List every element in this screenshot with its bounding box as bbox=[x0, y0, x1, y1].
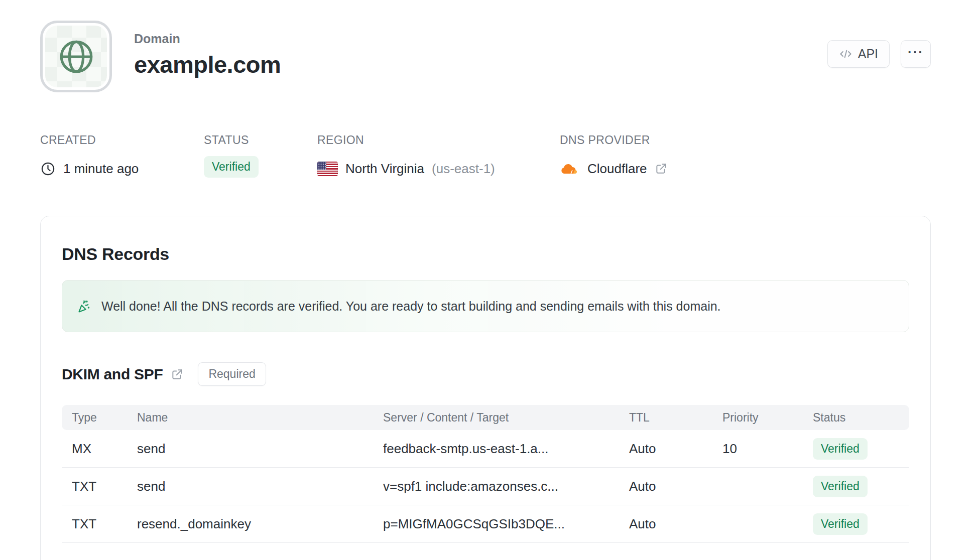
ellipsis-icon: ··· bbox=[908, 45, 924, 60]
cell-name: send bbox=[137, 479, 383, 494]
external-link-icon[interactable] bbox=[655, 162, 668, 175]
col-name: Name bbox=[137, 411, 383, 425]
required-badge: Required bbox=[198, 362, 266, 386]
dns-provider-name: Cloudflare bbox=[587, 161, 647, 177]
table-row: TXT send v=spf1 include:amazonses.c... A… bbox=[62, 468, 909, 505]
domain-meta-row: CREATED 1 minute ago STATUS Verified REG… bbox=[0, 92, 976, 179]
success-banner: Well done! All the DNS records are verif… bbox=[62, 280, 909, 332]
header-actions: API ··· bbox=[827, 40, 931, 68]
created-value: 1 minute ago bbox=[63, 161, 139, 177]
dns-provider-label: DNS PROVIDER bbox=[560, 133, 931, 147]
status-badge: Verified bbox=[204, 156, 259, 178]
cell-type: MX bbox=[62, 441, 137, 457]
banner-message: Well done! All the DNS records are verif… bbox=[101, 299, 721, 314]
region-code: (us-east-1) bbox=[432, 161, 495, 177]
meta-dns-provider: DNS PROVIDER Cloudflare bbox=[560, 133, 931, 179]
dkim-spf-heading: DKIM and SPF bbox=[62, 366, 163, 383]
cell-name: send bbox=[137, 441, 383, 457]
more-options-button[interactable]: ··· bbox=[901, 40, 931, 68]
cell-status: Verified bbox=[813, 438, 909, 460]
verified-badge: Verified bbox=[813, 476, 868, 497]
dns-records-table: Type Name Server / Content / Target TTL … bbox=[62, 405, 909, 543]
cell-ttl: Auto bbox=[629, 441, 722, 457]
cell-value[interactable]: p=MIGfMA0GCSqGSIb3DQE... bbox=[383, 516, 629, 532]
dkim-spf-row: DKIM and SPF Required bbox=[62, 362, 909, 386]
col-type: Type bbox=[62, 411, 137, 425]
cell-priority: 10 bbox=[722, 441, 813, 457]
globe-icon bbox=[55, 36, 97, 78]
col-status: Status bbox=[813, 411, 909, 425]
cell-type: TXT bbox=[62, 516, 137, 532]
domain-avatar bbox=[40, 21, 112, 92]
col-server: Server / Content / Target bbox=[383, 411, 629, 425]
cell-type: TXT bbox=[62, 479, 137, 494]
party-popper-icon bbox=[76, 298, 93, 315]
us-flag-icon bbox=[317, 162, 338, 176]
cell-ttl: Auto bbox=[629, 516, 722, 532]
cell-value[interactable]: v=spf1 include:amazonses.c... bbox=[383, 479, 629, 494]
table-row: MX send feedback-smtp.us-east-1.a... Aut… bbox=[62, 430, 909, 468]
region-name: North Virginia bbox=[345, 161, 424, 177]
col-ttl: TTL bbox=[629, 411, 722, 425]
verified-badge: Verified bbox=[813, 513, 868, 535]
meta-region: REGION North Virginia (us-east-1) bbox=[317, 133, 560, 179]
title-block: Domain example.com bbox=[134, 21, 281, 78]
dns-records-heading: DNS Records bbox=[62, 244, 909, 264]
meta-created: CREATED 1 minute ago bbox=[40, 133, 204, 179]
domain-kicker: Domain bbox=[134, 32, 281, 46]
table-row: TXT resend._domainkey p=MIGfMA0GCSqGSIb3… bbox=[62, 505, 909, 543]
status-label: STATUS bbox=[204, 133, 317, 147]
api-button[interactable]: API bbox=[827, 40, 890, 68]
cell-value[interactable]: feedback-smtp.us-east-1.a... bbox=[383, 441, 629, 457]
page-title: example.com bbox=[134, 51, 281, 78]
created-label: CREATED bbox=[40, 133, 204, 147]
cell-status: Verified bbox=[813, 513, 909, 535]
dns-records-card: DNS Records Well done! All the DNS recor… bbox=[40, 216, 931, 560]
domain-header: Domain example.com API ··· bbox=[0, 0, 976, 92]
cell-ttl: Auto bbox=[629, 479, 722, 494]
api-button-label: API bbox=[858, 47, 878, 61]
cloudflare-icon bbox=[560, 162, 580, 176]
meta-status: STATUS Verified bbox=[204, 133, 317, 179]
clock-icon bbox=[40, 161, 56, 177]
external-link-icon[interactable] bbox=[171, 368, 184, 381]
col-priority: Priority bbox=[722, 411, 813, 425]
region-label: REGION bbox=[317, 133, 560, 147]
cell-status: Verified bbox=[813, 476, 909, 497]
table-header: Type Name Server / Content / Target TTL … bbox=[62, 405, 909, 430]
section-notch bbox=[35, 242, 47, 272]
code-icon bbox=[839, 47, 852, 61]
verified-badge: Verified bbox=[813, 438, 868, 460]
cell-name: resend._domainkey bbox=[137, 516, 383, 532]
